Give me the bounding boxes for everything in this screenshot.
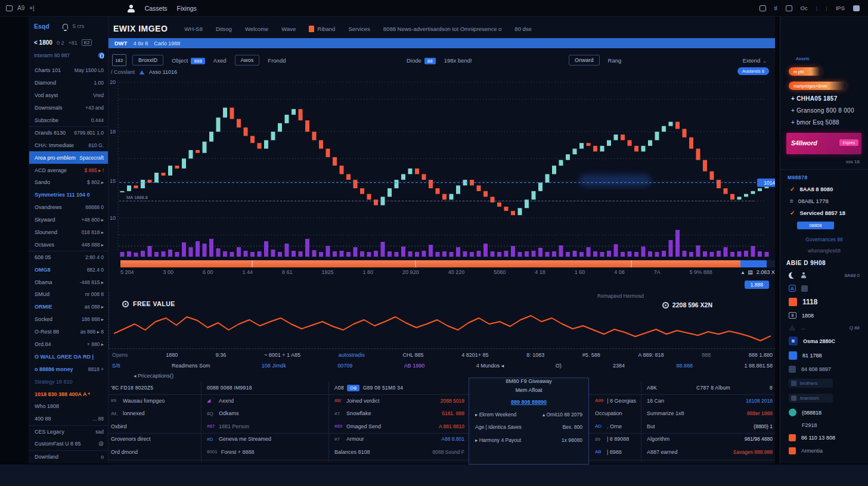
- watchlist-row[interactable]: 1018 830 388 400A A *: [29, 388, 108, 400]
- table-row[interactable]: AD. Orne: [595, 420, 638, 433]
- checklist-item[interactable]: ✓8AA8 8 8080: [790, 186, 868, 192]
- detail-chunk[interactable]: Readmens Som: [172, 363, 210, 369]
- table-row[interactable]: Oxbird: [111, 420, 199, 433]
- watchlist-row[interactable]: Who 1808: [29, 400, 108, 413]
- sidebar-item[interactable]: 84 808 8897: [789, 366, 868, 373]
- candlestick-chart[interactable]: 20181510MA 1888.810143: [108, 77, 775, 257]
- table-row[interactable]: Algorithm981/98 4880: [647, 433, 773, 446]
- tab-6[interactable]: Services: [348, 26, 370, 32]
- table-row[interactable]: #7ArmourA88 8.801: [334, 433, 464, 446]
- detail-chunk[interactable]: 88.888: [676, 363, 693, 369]
- detail-chunk[interactable]: 4 Mundos ◂: [476, 363, 504, 369]
- tab-7[interactable]: 8088 News-advertisardson tot Omnipresenc…: [383, 26, 502, 32]
- sidebar-item[interactable]: F2918: [789, 422, 868, 428]
- checklist-item[interactable]: ✓Serviced 8857 18: [790, 210, 868, 216]
- promo-banner[interactable]: S4llword Expres: [786, 133, 861, 154]
- watchlist-row[interactable]: 608 052:80 4 0: [29, 251, 108, 263]
- range-used-segment[interactable]: [120, 260, 740, 267]
- tab-8[interactable]: 80 dse: [514, 26, 532, 32]
- table-row[interactable]: 8001Forest + 8888: [207, 446, 326, 459]
- detail-chunk[interactable]: 1 88.881.58: [744, 363, 773, 369]
- watchlist-row[interactable]: Subscribe0.444: [29, 114, 108, 127]
- oc-button[interactable]: Oc: [801, 5, 808, 11]
- table-row[interactable]: #8/Joined verdict2088 5019: [334, 394, 464, 407]
- brand-menu-fixings[interactable]: Fixings: [177, 5, 197, 12]
- plus-link-1[interactable]: + CHHA05 1857: [791, 95, 868, 102]
- watchlist-row[interactable]: Strategy 18 810: [29, 375, 108, 388]
- sidebar-item[interactable]: 86 110 13 808: [789, 434, 868, 441]
- table-row[interactable]: 18 Can18108 2018: [647, 394, 773, 407]
- watchlist-row[interactable]: O WALL GREE OA RD |: [29, 350, 108, 363]
- toolbar-button-awos[interactable]: Awos: [235, 55, 260, 66]
- detail-chunk[interactable]: 108 Jimdk: [262, 363, 286, 369]
- table-row[interactable]: #DGeneva me Streamed: [207, 433, 326, 446]
- watchlist-row[interactable]: Charts 101May 1500 L0: [29, 64, 108, 77]
- watchlist-row[interactable]: O-Rest 88as 888 ▸ 8: [29, 326, 108, 338]
- watchlist-row[interactable]: CustomFast U 8 85@: [29, 438, 108, 450]
- table-row[interactable]: #89Omaged SendA 881 8810: [334, 420, 464, 433]
- table-row[interactable]: But(8800) 1: [647, 420, 773, 433]
- toolbar-button-onward[interactable]: Onward: [569, 55, 600, 66]
- watchlist-row[interactable]: Skyward+48 800 ▸: [29, 214, 108, 226]
- promo-pill-2[interactable]: martpridges+8mm: [789, 82, 846, 90]
- timeframe-button[interactable]: 1.888: [745, 281, 769, 289]
- toolbar-button-rang[interactable]: Rang: [608, 57, 622, 64]
- watchlist-row[interactable]: Ord.84+ 880 ▸: [29, 338, 108, 351]
- panel-icon[interactable]: ▤: [748, 269, 753, 275]
- bell-icon[interactable]: [63, 24, 68, 29]
- chat-icon[interactable]: [760, 5, 766, 11]
- table-row[interactable]: /M,lonnexed: [111, 407, 199, 420]
- info-badge-icon[interactable]: [98, 52, 104, 58]
- watchlist-row[interactable]: Ovandrews88888 0: [29, 201, 108, 214]
- watchlist-row[interactable]: CHA: Immediate810 G.: [29, 139, 108, 151]
- table-row[interactable]: Occupation: [595, 407, 638, 420]
- table-row[interactable]: A887 earnedSavages 888.988: [647, 446, 773, 459]
- detail-chunk[interactable]: 2384: [613, 363, 625, 369]
- detail-chunk[interactable]: AB 1990: [404, 363, 425, 369]
- table-row[interactable]: AB| 8988: [595, 446, 638, 459]
- panel-row[interactable]: ▸ Harmony 4 Payout1x 98080: [475, 434, 582, 447]
- tab-1[interactable]: WH-S8: [184, 26, 203, 32]
- tab-2[interactable]: Ditsog: [216, 26, 232, 32]
- notice-banner[interactable]: DWT 4 8x 8 Carlo 1988: [108, 38, 775, 48]
- watchlist-row[interactable]: Diamond1.00: [29, 77, 108, 89]
- primary-action-button[interactable]: 08808: [797, 222, 834, 229]
- plus-link-3[interactable]: + bmor Esq 5088: [791, 119, 868, 126]
- detail-chunk[interactable]: 00709: [337, 363, 352, 369]
- sidebar-item[interactable]: (088818: [789, 409, 868, 416]
- sub-detail[interactable]: ◂ Pricecaptions(): [134, 373, 173, 379]
- panel-link[interactable]: 889 808 88890: [475, 396, 582, 408]
- watchlist-row[interactable]: o 88886 money8818 +: [29, 363, 108, 375]
- watchlist-row[interactable]: Obama-448 815 ▸: [29, 276, 108, 288]
- watchlist-row[interactable]: CES Legacysad: [29, 425, 108, 438]
- ips-label[interactable]: IPS: [836, 5, 845, 11]
- watchlist-row[interactable]: Vod asystVred: [29, 89, 108, 102]
- tab-5[interactable]: Riband: [309, 26, 335, 32]
- table-row[interactable]: 8QOdkams: [207, 407, 326, 420]
- sidebar-item[interactable]: 81 1788: [789, 351, 868, 360]
- breadcrumb-path[interactable]: / Cosslant: [111, 69, 135, 75]
- tab-3[interactable]: Welcome: [245, 26, 268, 32]
- table-row[interactable]: 89| 8 89088: [595, 433, 638, 446]
- table-row[interactable]: A99| 8 Georgias: [595, 394, 638, 407]
- watchlist-row[interactable]: OMG8882.4 0: [29, 263, 108, 276]
- table-row[interactable]: Balances 81088088 Sound F: [334, 446, 464, 459]
- app-window-icon[interactable]: [6, 5, 13, 11]
- add-tab-icon[interactable]: +|: [29, 5, 34, 11]
- tab-4[interactable]: Wave: [281, 26, 296, 32]
- watchlist-row[interactable]: 400 88... 88: [29, 413, 108, 425]
- table-row[interactable]: #871881 Person: [207, 420, 326, 433]
- watchlist-row[interactable]: Area pro emblemSpacecraft: [29, 151, 108, 164]
- plus-link-2[interactable]: + Gransong 800 8 000: [791, 107, 868, 114]
- save-icon[interactable]: [786, 5, 792, 11]
- watchlist-row[interactable]: ACD average$ 885 ▸ !: [29, 164, 108, 176]
- brand-menu-cassets[interactable]: Cassets: [145, 5, 168, 12]
- mini-chip[interactable]: brothers: [789, 379, 833, 388]
- watchlist-title[interactable]: Esqd: [34, 23, 49, 30]
- panel-row[interactable]: ▸ Ekrem Weekend▴ Omit10 88 2079: [475, 408, 582, 421]
- chart-range-scrollbar[interactable]: [120, 260, 775, 267]
- watchlist-row[interactable]: Orands 81306799.801 1.0: [29, 126, 108, 139]
- extend-button[interactable]: Extend⌄: [743, 57, 767, 64]
- watchlist-row[interactable]: Socked188 888 ▸: [29, 313, 108, 326]
- toolbar-button-diode[interactable]: Diode88: [407, 57, 436, 64]
